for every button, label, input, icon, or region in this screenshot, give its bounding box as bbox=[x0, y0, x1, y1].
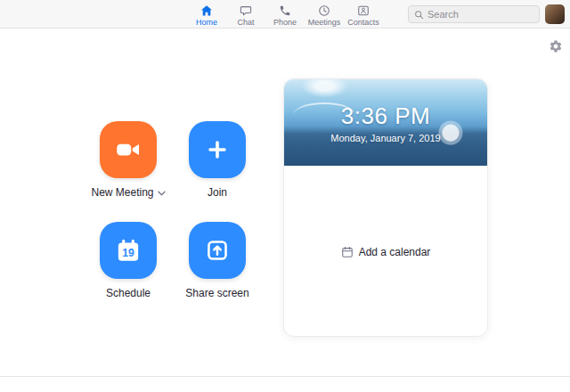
action-schedule: 19 Schedule bbox=[84, 222, 173, 299]
schedule-button[interactable]: 19 bbox=[100, 222, 157, 279]
new-meeting-label: New Meeting bbox=[91, 186, 153, 199]
tab-contacts-label: Contacts bbox=[347, 18, 379, 27]
schedule-label: Schedule bbox=[106, 287, 151, 299]
settings-gear-icon[interactable] bbox=[549, 39, 563, 53]
plus-icon bbox=[202, 135, 232, 165]
tab-chat[interactable]: Chat bbox=[226, 3, 265, 27]
add-calendar-label: Add a calendar bbox=[359, 246, 431, 258]
tab-home[interactable]: Home bbox=[187, 3, 226, 27]
tab-home-label: Home bbox=[196, 18, 217, 27]
chevron-down-icon[interactable] bbox=[158, 191, 166, 196]
calendar-day-number: 19 bbox=[122, 247, 134, 259]
avatar[interactable] bbox=[545, 4, 565, 24]
chat-icon bbox=[240, 4, 252, 17]
contacts-icon bbox=[357, 4, 370, 17]
search-icon bbox=[414, 10, 424, 20]
new-meeting-button[interactable] bbox=[100, 121, 157, 178]
tab-contacts[interactable]: Contacts bbox=[344, 3, 383, 27]
tab-meetings-label: Meetings bbox=[308, 18, 341, 27]
action-new-meeting: New Meeting bbox=[84, 121, 173, 199]
share-screen-icon bbox=[202, 235, 232, 265]
date-text: Monday, January 7, 2019 bbox=[330, 133, 440, 143]
action-share-screen: Share screen bbox=[173, 222, 262, 299]
tab-chat-label: Chat bbox=[237, 18, 254, 27]
search-box[interactable] bbox=[408, 5, 540, 23]
video-camera-icon bbox=[113, 135, 143, 165]
share-screen-button[interactable] bbox=[189, 222, 246, 279]
home-content: New Meeting Join bbox=[0, 29, 570, 384]
search-input[interactable] bbox=[428, 9, 533, 20]
action-join: Join bbox=[173, 121, 262, 199]
clock-icon bbox=[318, 4, 330, 17]
tab-phone-label: Phone bbox=[273, 18, 297, 27]
tab-meetings[interactable]: Meetings bbox=[305, 3, 344, 27]
join-button[interactable] bbox=[189, 121, 246, 178]
calendar-card-body: Add a calendar bbox=[284, 166, 487, 337]
tab-phone[interactable]: Phone bbox=[265, 3, 305, 27]
new-meeting-label-row: New Meeting bbox=[91, 186, 165, 199]
home-icon bbox=[200, 4, 213, 17]
phone-icon bbox=[279, 4, 291, 17]
action-grid: New Meeting Join bbox=[84, 121, 262, 299]
join-label: Join bbox=[208, 186, 227, 199]
bottom-divider bbox=[0, 376, 570, 384]
calendar-icon: 19 bbox=[113, 235, 143, 265]
topbar: Home Chat Phone bbox=[0, 0, 570, 29]
nav-tabs: Home Chat Phone bbox=[187, 0, 383, 29]
add-calendar-button[interactable]: Add a calendar bbox=[341, 246, 431, 258]
calendar-card: 3:36 PM Monday, January 7, 2019 Add a ca… bbox=[283, 78, 488, 337]
share-screen-label: Share screen bbox=[185, 287, 248, 299]
calendar-card-photo: 3:36 PM Monday, January 7, 2019 bbox=[284, 79, 487, 166]
time-text: 3:36 PM bbox=[341, 102, 430, 130]
calendar-small-icon bbox=[341, 246, 354, 258]
